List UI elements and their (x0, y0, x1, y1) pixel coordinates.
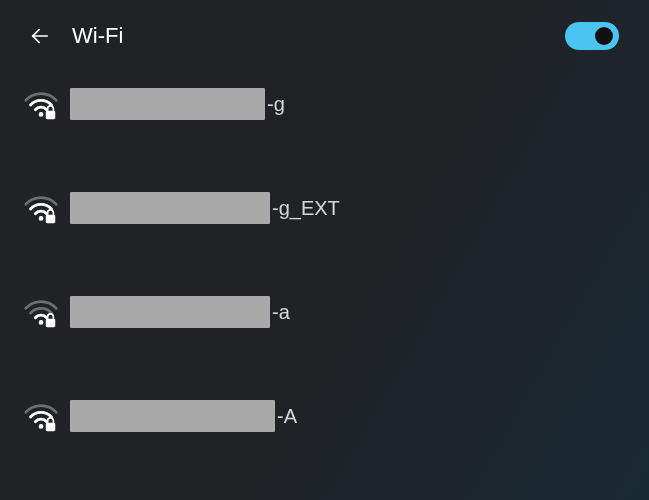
ssid-suffix-label: -a (272, 301, 290, 324)
toggle-knob (595, 27, 613, 45)
wifi-secured-icon (22, 189, 60, 227)
ssid-redacted-block (70, 88, 265, 120)
network-list: -g -g_EXT -a (0, 66, 649, 498)
svg-rect-6 (46, 319, 56, 328)
wifi-toggle[interactable] (565, 22, 619, 50)
svg-point-7 (39, 424, 44, 429)
svg-point-5 (39, 320, 44, 325)
wifi-secured-icon (22, 85, 60, 123)
ssid-redacted-block (70, 296, 270, 328)
wifi-secured-icon (22, 293, 60, 331)
ssid-redacted-block (70, 400, 275, 432)
wifi-network-item[interactable]: -A (18, 386, 631, 446)
ssid-suffix-label: -g_EXT (272, 197, 340, 220)
svg-rect-8 (46, 423, 56, 432)
page-title: Wi-Fi (72, 23, 565, 49)
ssid-suffix-label: -A (277, 405, 297, 428)
arrow-left-icon (29, 25, 51, 47)
svg-point-3 (39, 216, 44, 221)
wifi-network-item[interactable]: -a (18, 282, 631, 342)
wifi-network-item[interactable]: -g (18, 74, 631, 134)
wifi-secured-icon (22, 397, 60, 435)
svg-rect-4 (46, 215, 56, 224)
svg-rect-2 (46, 111, 56, 120)
wifi-header: Wi-Fi (0, 0, 649, 66)
svg-point-1 (39, 112, 44, 117)
wifi-network-item[interactable]: -g_EXT (18, 178, 631, 238)
ssid-redacted-block (70, 192, 270, 224)
back-button[interactable] (22, 18, 58, 54)
ssid-suffix-label: -g (267, 93, 285, 116)
